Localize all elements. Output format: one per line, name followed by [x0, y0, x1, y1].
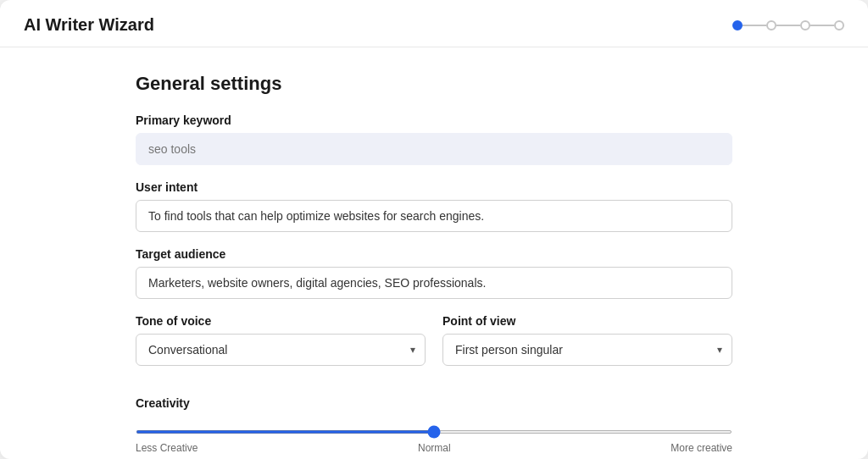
- creativity-slider[interactable]: [136, 430, 732, 434]
- primary-keyword-group: Primary keyword: [136, 113, 732, 165]
- point-of-view-select[interactable]: First person singular Second person Thir…: [442, 334, 732, 366]
- creativity-label: Creativity: [136, 396, 732, 410]
- creativity-slider-container: Less Creative Normal More creative: [136, 422, 732, 459]
- target-audience-input[interactable]: [136, 267, 732, 299]
- step-2-dot: [766, 20, 776, 30]
- header: AI Writer Wizard: [0, 0, 868, 47]
- user-intent-group: User intent: [136, 180, 732, 232]
- user-intent-input[interactable]: [136, 200, 732, 232]
- section-title: General settings: [136, 73, 732, 95]
- point-of-view-label: Point of view: [442, 314, 732, 328]
- creativity-section: Creativity Less Creative Normal More cre…: [136, 396, 732, 459]
- primary-keyword-label: Primary keyword: [136, 113, 732, 127]
- slider-max-label: More creative: [670, 442, 732, 454]
- slider-min-label: Less Creative: [136, 442, 198, 454]
- step-1-dot: [732, 20, 743, 30]
- step-4-dot: [834, 20, 844, 30]
- step-3-dot: [800, 20, 810, 30]
- target-audience-label: Target audience: [136, 247, 732, 261]
- tone-select-wrapper: Conversational Formal Casual Professiona…: [136, 334, 426, 366]
- primary-keyword-input[interactable]: [136, 133, 732, 165]
- tone-of-voice-label: Tone of voice: [136, 314, 426, 328]
- tone-pov-row: Tone of voice Conversational Formal Casu…: [136, 314, 732, 381]
- step-line-1: [743, 25, 766, 26]
- pov-select-wrapper: First person singular Second person Thir…: [442, 334, 732, 366]
- slider-mid-label: Normal: [418, 442, 451, 454]
- content-area: General settings Primary keyword User in…: [0, 47, 868, 459]
- user-intent-label: User intent: [136, 180, 732, 194]
- step-indicator: [732, 20, 844, 30]
- tone-of-voice-select[interactable]: Conversational Formal Casual Professiona…: [136, 334, 426, 366]
- app-title: AI Writer Wizard: [24, 15, 154, 35]
- target-audience-group: Target audience: [136, 247, 732, 299]
- step-line-3: [810, 25, 834, 26]
- point-of-view-group: Point of view First person singular Seco…: [442, 314, 732, 366]
- app-window: AI Writer Wizard General settings Primar…: [0, 0, 868, 459]
- tone-of-voice-group: Tone of voice Conversational Formal Casu…: [136, 314, 426, 366]
- slider-labels: Less Creative Normal More creative: [136, 442, 732, 454]
- step-line-2: [776, 25, 800, 26]
